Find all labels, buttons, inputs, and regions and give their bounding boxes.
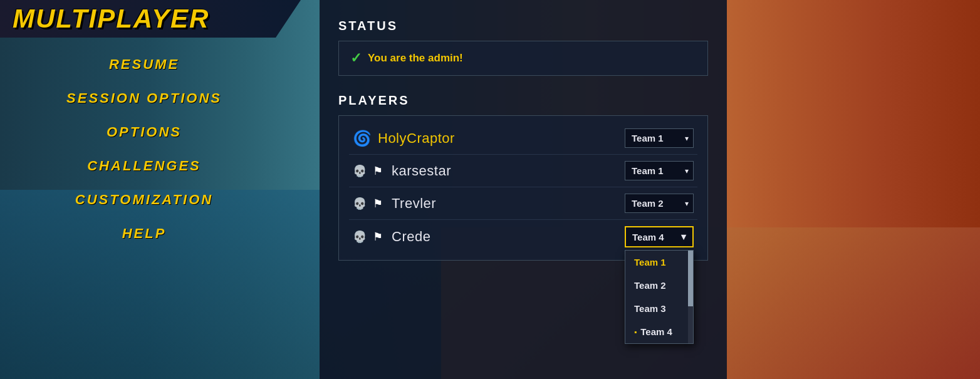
skull-icon-trevler: 💀: [353, 197, 367, 210]
scrollbar-track: [688, 251, 693, 343]
multiplayer-title: MULTIPLAYER: [13, 4, 209, 34]
status-message: You are the admin!: [368, 52, 463, 65]
team-open-dropdown-crede: Team 1 Team 2 Team 3 Team 4: [625, 250, 694, 344]
check-icon: ✓: [350, 50, 362, 66]
players-section-title: PLAYERS: [338, 93, 708, 108]
left-nav: RESUME SESSION OPTIONS OPTIONS CHALLENGE…: [0, 44, 288, 242]
player-row-holycraptor: 🌀 HolyCraptor Team 1 Team 2 Team 3 Team …: [349, 122, 697, 155]
status-section-title: STATUS: [338, 19, 708, 33]
team-display-crede[interactable]: Team 4 ▾: [625, 226, 694, 247]
skull-icon-crede: 💀: [353, 230, 367, 244]
nav-options[interactable]: OPTIONS: [107, 124, 182, 140]
dropdown-arrow-crede: ▾: [681, 231, 686, 242]
multiplayer-banner: MULTIPLAYER: [0, 0, 301, 38]
player-emblem-holycraptor: 🌀: [353, 130, 372, 147]
main-panel: STATUS ✓ You are the admin! PLAYERS 🌀 Ho…: [320, 0, 727, 379]
dropdown-option-team4[interactable]: Team 4: [625, 320, 693, 343]
player-name-crede: Crede: [392, 229, 618, 245]
team-display-label-crede: Team 4: [632, 232, 664, 242]
nav-session-options[interactable]: SESSION OPTIONS: [66, 90, 222, 106]
player-row-crede: 💀 ⚑ Crede Team 4 ▾ Team 1 Team 2 Team 3 …: [349, 220, 697, 254]
player-row-trevler: 💀 ⚑ Trevler Team 1 Team 2 Team 3 Team 4 …: [349, 187, 697, 220]
team-select-karsestar[interactable]: Team 1 Team 2 Team 3 Team 4: [625, 161, 694, 180]
team-dropdown-wrapper-karsestar: Team 1 Team 2 Team 3 Team 4 ▾: [625, 161, 694, 180]
player-name-holycraptor: HolyCraptor: [378, 130, 618, 147]
flag-icon-crede: ⚑: [373, 230, 385, 244]
flag-icon-karsestar: ⚑: [373, 164, 385, 178]
scrollbar-thumb[interactable]: [688, 251, 693, 306]
team-select-holycraptor[interactable]: Team 1 Team 2 Team 3 Team 4: [625, 128, 694, 148]
team-dropdown-wrapper-crede[interactable]: Team 4 ▾ Team 1 Team 2 Team 3 Team 4: [625, 226, 694, 247]
player-name-karsestar: karsestar: [392, 163, 618, 179]
players-list: 🌀 HolyCraptor Team 1 Team 2 Team 3 Team …: [338, 115, 708, 261]
player-row-karsestar: 💀 ⚑ karsestar Team 1 Team 2 Team 3 Team …: [349, 155, 697, 187]
nav-customization[interactable]: CUSTOMIZATION: [75, 192, 213, 208]
team-select-trevler[interactable]: Team 1 Team 2 Team 3 Team 4: [625, 194, 694, 213]
nav-challenges[interactable]: CHALLENGES: [87, 158, 201, 174]
team-dropdown-wrapper-holycraptor: Team 1 Team 2 Team 3 Team 4 ▾: [625, 128, 694, 148]
player-name-trevler: Trevler: [392, 195, 618, 212]
dropdown-option-team3[interactable]: Team 3: [625, 297, 693, 320]
flag-icon-trevler: ⚑: [373, 197, 385, 210]
status-box: ✓ You are the admin!: [338, 41, 708, 76]
skull-icon-karsestar: 💀: [353, 164, 367, 178]
nav-resume[interactable]: RESUME: [109, 56, 179, 73]
team-dropdown-wrapper-trevler: Team 1 Team 2 Team 3 Team 4 ▾: [625, 194, 694, 213]
dropdown-option-team2[interactable]: Team 2: [625, 274, 693, 297]
dropdown-option-team1[interactable]: Team 1: [625, 251, 693, 274]
nav-help[interactable]: HELP: [122, 226, 167, 242]
